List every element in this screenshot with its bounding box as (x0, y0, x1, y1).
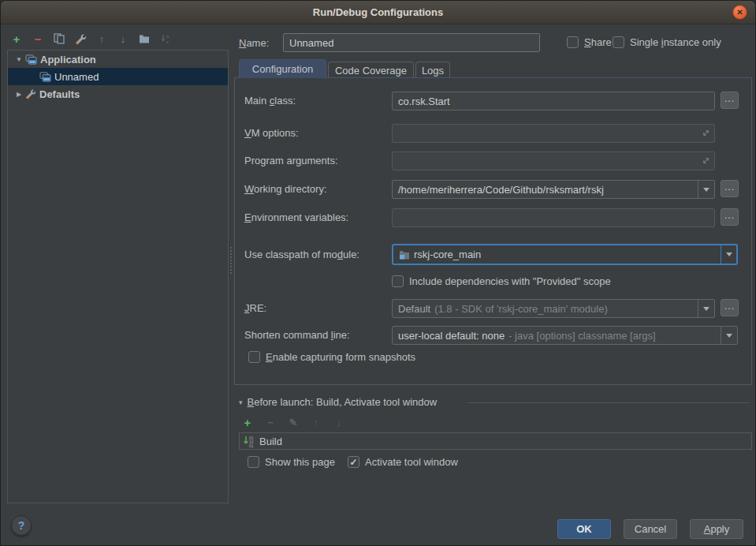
section-divider (467, 402, 749, 403)
apply-button[interactable]: Apply (690, 519, 743, 539)
remove-configuration-icon[interactable]: − (32, 32, 44, 45)
tree-expanded-icon[interactable]: ▼ (14, 56, 24, 63)
jre-value: Default (398, 303, 430, 315)
chevron-down-icon[interactable] (721, 245, 736, 264)
before-launch-header[interactable]: ▾ Before launch: Build, Activate tool wi… (239, 396, 437, 408)
shorten-command-line-value: user-local default: none (398, 330, 505, 342)
capture-snapshots-checkbox[interactable] (248, 351, 260, 363)
environment-variables-label: Environment variables: (244, 208, 386, 227)
chevron-down-icon[interactable] (698, 181, 714, 198)
program-arguments-field[interactable] (392, 151, 715, 170)
vm-options-label: VM options: (244, 124, 386, 143)
shorten-command-line-label: Shorten command line: (244, 326, 386, 345)
show-this-page-row: Show this page (248, 456, 335, 468)
expand-field-icon[interactable] (702, 128, 710, 140)
environment-variables-field[interactable] (392, 208, 715, 227)
activate-tool-window-checkbox[interactable] (348, 456, 359, 468)
move-down-icon[interactable]: ↓ (117, 32, 129, 45)
tab-label: Logs (422, 65, 444, 77)
configurations-tree: ▼ Application Unnamed ▶ Defaults (7, 50, 229, 503)
classpath-module-value: rskj-core_main (414, 249, 481, 260)
name-input[interactable] (283, 33, 540, 52)
working-directory-combo[interactable]: /home/meriherrera/Code/Github/rsksmart/r… (392, 180, 715, 199)
tab-code-coverage[interactable]: Code Coverage (328, 62, 414, 78)
working-directory-label: Working directory: (244, 180, 386, 199)
show-this-page-label: Show this page (265, 456, 335, 468)
new-folder-icon[interactable] (138, 32, 151, 45)
copy-configuration-icon[interactable] (53, 32, 65, 45)
share-checkbox[interactable] (567, 36, 579, 48)
shorten-command-line-hint: - java [options] classname [args] (508, 330, 655, 342)
section-collapse-icon[interactable]: ▾ (239, 398, 243, 406)
edit-task-icon[interactable]: ✎ (287, 416, 300, 428)
jre-combo[interactable]: Default (1.8 - SDK of 'rskj-core_main' m… (392, 299, 715, 318)
module-icon (399, 249, 410, 260)
tree-item-label: Unnamed (54, 71, 99, 83)
tree-group-defaults[interactable]: ▶ Defaults (8, 85, 228, 103)
tree-group-label: Application (40, 54, 96, 65)
tree-group-application[interactable]: ▼ Application (8, 50, 228, 68)
svg-text:z: z (166, 39, 169, 44)
ok-button[interactable]: OK (557, 519, 611, 539)
chevron-down-icon[interactable] (721, 327, 737, 344)
main-class-field[interactable]: co.rsk.Start (392, 92, 715, 110)
capture-snapshots-label: Enable capturing form snapshots (266, 351, 415, 363)
help-button[interactable]: ? (11, 515, 32, 536)
task-label: Build (259, 436, 282, 447)
cancel-label: Cancel (635, 523, 666, 535)
add-task-icon[interactable]: + (241, 416, 254, 428)
configurations-toolbar: + − ↑ ↓ az (10, 30, 172, 47)
defaults-wrench-icon (25, 88, 36, 99)
tab-configuration[interactable]: Configuration (239, 59, 326, 78)
jre-browse-button[interactable]: ... (721, 299, 739, 316)
activate-tool-window-label: Activate tool window (365, 456, 458, 468)
chevron-down-icon[interactable] (698, 300, 714, 317)
classpath-module-combo[interactable]: rskj-core_main (392, 244, 738, 265)
titlebar[interactable]: Run/Debug Configurations ✕ (1, 1, 755, 24)
before-launch-task-build[interactable]: 011001 Build (239, 432, 752, 450)
sort-alphabetically-icon[interactable]: az (159, 32, 172, 45)
tab-label: Configuration (252, 63, 313, 75)
include-provided-checkbox[interactable] (392, 275, 404, 287)
environment-variables-browse-button[interactable]: ... (721, 208, 739, 226)
splitter-grip[interactable] (230, 247, 232, 274)
move-up-icon[interactable]: ↑ (95, 32, 108, 45)
tree-item-unnamed[interactable]: Unnamed (8, 68, 228, 85)
before-launch-title: Before launch: Build, Activate tool wind… (248, 396, 438, 408)
run-debug-configurations-dialog: Run/Debug Configurations ✕ + − ↑ ↓ az ▼ … (0, 0, 756, 546)
application-icon (39, 72, 51, 82)
close-icon[interactable]: ✕ (732, 5, 747, 20)
configuration-tab-panel: Main class: co.rsk.Start ... VM options:… (234, 77, 752, 385)
working-directory-value: /home/meriherrera/Code/Github/rsksmart/r… (398, 184, 604, 196)
tree-group-label: Defaults (39, 88, 80, 100)
tab-logs[interactable]: Logs (415, 62, 450, 78)
jre-label: JRE: (244, 299, 386, 318)
capture-snapshots-row: Enable capturing form snapshots (248, 351, 415, 363)
svg-text:a: a (166, 34, 169, 39)
before-launch-toolbar: + − ✎ ↑ ↓ (241, 416, 345, 428)
single-instance-label: Single instance only (630, 36, 721, 48)
add-configuration-icon[interactable]: + (10, 32, 23, 45)
activate-tool-window-row: Activate tool window (348, 456, 458, 468)
vm-options-field[interactable] (392, 124, 715, 143)
single-instance-checkbox[interactable] (613, 36, 624, 48)
main-class-value: co.rsk.Start (398, 95, 450, 107)
edit-defaults-wrench-icon[interactable] (74, 32, 87, 45)
build-icon: 011001 (243, 435, 255, 447)
working-directory-browse-button[interactable]: ... (721, 180, 739, 197)
share-label: Share (584, 36, 612, 48)
remove-task-icon[interactable]: − (264, 416, 277, 428)
move-task-up-icon[interactable]: ↑ (310, 416, 322, 428)
move-task-down-icon[interactable]: ↓ (333, 416, 345, 428)
include-provided-label: Include dependencies with "Provided" sco… (409, 275, 611, 287)
shorten-command-line-combo[interactable]: user-local default: none - java [options… (392, 326, 738, 345)
cancel-button[interactable]: Cancel (624, 519, 677, 539)
tree-collapsed-icon[interactable]: ▶ (14, 91, 24, 98)
name-label: Name: (239, 37, 269, 49)
expand-field-icon[interactable] (702, 155, 710, 167)
jre-hint: (1.8 - SDK of 'rskj-core_main' module) (434, 303, 608, 315)
tab-label: Code Coverage (335, 65, 407, 77)
show-this-page-checkbox[interactable] (248, 456, 259, 468)
main-class-browse-button[interactable]: ... (721, 92, 739, 109)
classpath-module-label: Use classpath of module: (244, 245, 386, 264)
